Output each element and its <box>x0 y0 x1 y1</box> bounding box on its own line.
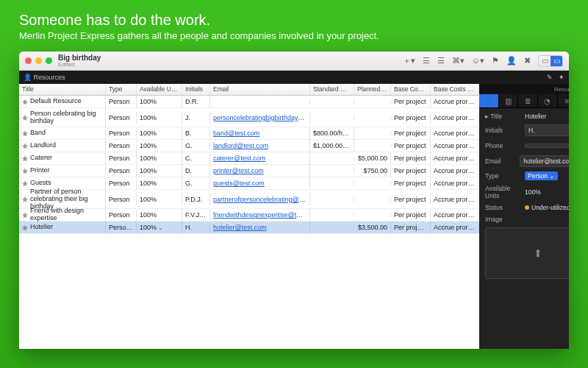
email-link[interactable]: guests@test.com <box>213 180 265 187</box>
val-units: 100% <box>525 188 569 196</box>
email-link[interactable]: personcelebratingbigbirthday@test.com <box>213 114 310 121</box>
person-icon <box>22 168 28 174</box>
cell-bct: Per project <box>391 209 431 221</box>
col-rate[interactable]: Standard Rate <box>310 84 354 95</box>
col-plan[interactable]: Planned Base Costs <box>354 84 391 95</box>
cell-accrual: Accrue prorated <box>431 152 479 164</box>
input-phone[interactable] <box>525 144 569 148</box>
cell-rate <box>310 225 354 230</box>
settings-icon[interactable]: ✦ <box>559 74 564 81</box>
close-icon[interactable] <box>25 57 32 64</box>
cell-title: Person celebrating big birthday <box>30 110 102 125</box>
email-link[interactable]: landlord@test.com <box>213 142 268 149</box>
cell-email: caterer@test.com <box>210 152 310 164</box>
cell-initials: B. <box>182 127 210 139</box>
view-main-icon[interactable]: ▭ <box>539 56 551 66</box>
input-email[interactable]: hotelier@test.com <box>520 155 569 167</box>
cell-type: Person <box>106 177 137 189</box>
filter-icon[interactable]: ✎ <box>547 74 553 81</box>
cell-rate <box>310 99 354 104</box>
person-icon <box>22 99 28 105</box>
hero-subtitle: Merlin Project Express gathers all the p… <box>19 30 569 41</box>
cell-accrual: Accrue prorated <box>431 112 479 124</box>
col-bct[interactable]: Base Costs Type <box>391 84 431 95</box>
cell-bct: Per project <box>391 177 431 189</box>
table-row[interactable]: Friend with design expertisePerson100%F.… <box>19 209 479 222</box>
email-link[interactable]: hotelier@test.com <box>213 224 267 231</box>
inspector-title: Resource: Info <box>479 84 569 94</box>
cell-initials: F.V.J.M.D. <box>182 209 210 221</box>
lbl-units: Available Units <box>485 185 520 199</box>
image-well[interactable]: ⬆ <box>485 227 569 279</box>
cell-accrual: Accrue prorated <box>431 222 479 233</box>
cell-email: personcelebratingbigbirthday@test.com <box>210 112 310 124</box>
col-units[interactable]: Available Units <box>137 84 182 95</box>
lbl-initials: Initials <box>485 127 520 134</box>
cell-title: Printer <box>30 167 50 174</box>
cell-planned <box>354 213 391 217</box>
select-type[interactable]: Person ⌄ <box>525 171 558 180</box>
email-link[interactable]: band@test.com <box>213 130 259 137</box>
table-row[interactable]: Person celebrating big birthdayPerson100… <box>19 108 479 127</box>
cell-type: Person <box>106 209 137 221</box>
email-link[interactable]: friendwithdesignexpertise@test.com <box>213 211 310 219</box>
person-icon <box>22 115 28 121</box>
view-name: 👤 Resources <box>24 74 65 81</box>
cell-accrual: Accrue prorated <box>431 177 479 189</box>
cell-bct: Per project <box>391 222 431 233</box>
wrench-icon[interactable]: ✖ <box>524 56 531 66</box>
tab-time-icon[interactable]: ◔ <box>538 94 558 107</box>
person-icon <box>22 155 28 161</box>
col-type[interactable]: Type <box>106 84 137 95</box>
cell-initials: P.D.J. <box>182 194 210 205</box>
tab-list-icon[interactable]: ≡ <box>558 94 569 107</box>
person-icon[interactable]: 👤 <box>506 56 517 66</box>
cell-planned <box>354 131 391 135</box>
view-inspector-icon[interactable]: ▭ <box>551 56 562 66</box>
cell-bct: Per project <box>391 96 431 107</box>
table-row[interactable]: BandPerson100%B.band@test.com$800.00/hou… <box>19 127 479 140</box>
cell-planned <box>354 181 391 185</box>
view-toggle[interactable]: ▭ ▭ <box>538 55 563 67</box>
cell-email: partnerofpersoncelebrating@test.com <box>210 194 310 205</box>
cell-title: Caterer <box>30 155 52 162</box>
cell-units: 100% <box>137 127 182 139</box>
cell-type: Person <box>106 194 137 205</box>
view-header: 👤 Resources ✎ ✦ <box>19 71 569 84</box>
table-row[interactable]: HotelierPerson100%H.hotelier@test.com$3,… <box>19 222 479 234</box>
tab-cal-icon[interactable]: ▥ <box>499 94 519 107</box>
indent-right-icon[interactable]: ☰ <box>437 56 445 66</box>
table-row[interactable]: Default ResourcePerson100%D.R.Per projec… <box>19 96 479 108</box>
smiley-icon[interactable]: ☺▾ <box>472 56 484 66</box>
flag-icon[interactable]: ⚑ <box>492 56 499 66</box>
cell-initials: D.R. <box>182 96 210 107</box>
email-link[interactable]: caterer@test.com <box>213 155 265 162</box>
table-row[interactable]: PrinterPerson100%D.printer@test.com$750.… <box>19 165 479 177</box>
tab-info-icon[interactable]: 👤 <box>479 94 499 107</box>
col-title[interactable]: Title <box>19 84 106 95</box>
col-email[interactable]: Email <box>210 84 310 95</box>
col-initials[interactable]: Initials <box>182 84 210 95</box>
cell-type: Person <box>106 152 137 164</box>
cell-bct: Per project <box>391 165 431 177</box>
cell-rate <box>310 156 354 160</box>
zoom-icon[interactable] <box>46 57 52 64</box>
indent-left-icon[interactable]: ☰ <box>423 56 430 66</box>
tab-cost-icon[interactable]: ≣ <box>518 94 538 107</box>
cell-title: Friend with design expertise <box>30 208 102 222</box>
cell-rate: $1,000.00/day <box>310 140 354 152</box>
table-row[interactable]: CatererPerson100%C.caterer@test.com$5,00… <box>19 152 479 165</box>
cell-rate <box>310 116 354 120</box>
table-row[interactable]: LandlordPerson100%G.landlord@test.com$1,… <box>19 140 479 152</box>
cell-title: Default Resource <box>30 98 82 105</box>
cell-planned: $3,500.00 <box>354 222 391 233</box>
cell-rate <box>310 169 354 173</box>
email-link[interactable]: printer@test.com <box>213 167 264 174</box>
minimize-icon[interactable] <box>35 57 42 64</box>
email-link[interactable]: partnerofpersoncelebrating@test.com <box>213 196 310 203</box>
link-icon[interactable]: ⌘▾ <box>452 56 465 66</box>
col-accrual[interactable]: Base Costs Accrual <box>431 84 479 95</box>
app-window: Big birthday Edited ＋▾ ☰ ☰ ⌘▾ ☺▾ ⚑ 👤 ✖ ▭… <box>19 52 569 349</box>
input-initials[interactable]: H. <box>525 124 569 136</box>
add-button[interactable]: ＋▾ <box>403 55 415 66</box>
